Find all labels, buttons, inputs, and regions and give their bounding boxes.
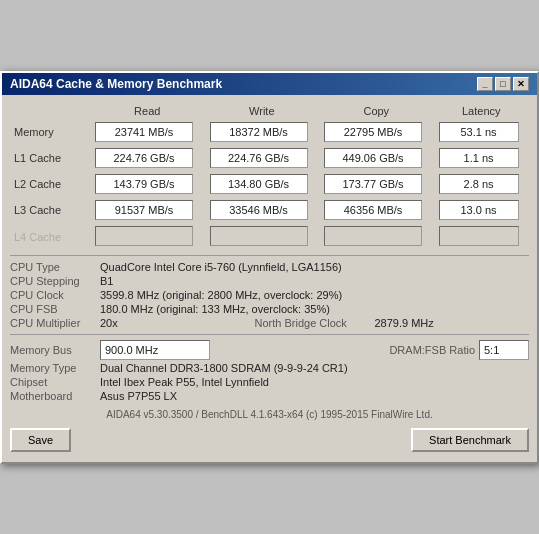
cpu-fsb-value: 180.0 MHz (original: 133 MHz, overclock:… xyxy=(100,303,529,315)
l2-read-value: 143.79 GB/s xyxy=(95,174,193,194)
l3-read-value: 91537 MB/s xyxy=(95,200,193,220)
memory-read-value: 23741 MB/s xyxy=(95,122,193,142)
memory-info-section: Memory Bus 900.0 MHz DRAM:FSB Ratio 5:1 … xyxy=(10,339,529,403)
cpu-stepping-value: B1 xyxy=(100,275,529,287)
cell-l1-latency: 1.1 ns xyxy=(434,145,529,171)
l1-copy-value: 449.06 GB/s xyxy=(324,148,422,168)
nb-clock-value: 2879.9 MHz xyxy=(375,317,530,329)
cpu-clock-row: CPU Clock 3599.8 MHz (original: 2800 MHz… xyxy=(10,288,529,302)
l1-read-value: 224.76 GB/s xyxy=(95,148,193,168)
memory-latency-value: 53.1 ns xyxy=(439,122,519,142)
section-divider-1 xyxy=(10,255,529,256)
cell-memory-write: 18372 MB/s xyxy=(205,119,320,145)
l2-latency-value: 2.8 ns xyxy=(439,174,519,194)
l4-read-value xyxy=(95,226,193,246)
l4-copy-value xyxy=(324,226,422,246)
cpu-stepping-label: CPU Stepping xyxy=(10,275,100,287)
chipset-value: Intel Ibex Peak P55, Intel Lynnfield xyxy=(100,376,529,388)
content-area: Read Write Copy Latency Memory 23741 MB/… xyxy=(2,95,537,462)
close-button[interactable]: ✕ xyxy=(513,77,529,91)
button-bar: Save Start Benchmark xyxy=(10,424,529,454)
memory-type-row: Memory Type Dual Channel DDR3-1800 SDRAM… xyxy=(10,361,529,375)
motherboard-label: Motherboard xyxy=(10,390,100,402)
col-header-read: Read xyxy=(90,103,205,119)
cell-l3-latency: 13.0 ns xyxy=(434,197,529,223)
cpu-type-row: CPU Type QuadCore Intel Core i5-760 (Lyn… xyxy=(10,260,529,274)
memory-bus-row: Memory Bus 900.0 MHz DRAM:FSB Ratio 5:1 xyxy=(10,339,529,361)
dram-label: DRAM:FSB Ratio xyxy=(389,344,475,356)
memory-bus-value-box: 900.0 MHz xyxy=(100,340,210,360)
col-header-latency: Latency xyxy=(434,103,529,119)
cell-memory-read: 23741 MB/s xyxy=(90,119,205,145)
chipset-label: Chipset xyxy=(10,376,100,388)
table-row: L1 Cache 224.76 GB/s 224.76 GB/s 449.06 … xyxy=(10,145,529,171)
l1-write-value: 224.76 GB/s xyxy=(210,148,308,168)
table-row: L3 Cache 91537 MB/s 33546 MB/s 46356 MB/… xyxy=(10,197,529,223)
l3-write-value: 33546 MB/s xyxy=(210,200,308,220)
motherboard-value: Asus P7P55 LX xyxy=(100,390,529,402)
table-row: L2 Cache 143.79 GB/s 134.80 GB/s 173.77 … xyxy=(10,171,529,197)
cell-l4-write xyxy=(205,223,320,251)
cell-l1-copy: 449.06 GB/s xyxy=(319,145,434,171)
cpu-multiplier-value: 20x xyxy=(100,317,255,329)
start-benchmark-button[interactable]: Start Benchmark xyxy=(411,428,529,452)
cpu-fsb-label: CPU FSB xyxy=(10,303,100,315)
memory-type-label: Memory Type xyxy=(10,362,100,374)
col-header-write: Write xyxy=(205,103,320,119)
benchmark-table: Read Write Copy Latency Memory 23741 MB/… xyxy=(10,103,529,251)
memory-bus-value: 900.0 MHz xyxy=(105,344,158,356)
nb-clock-label: North Bridge Clock xyxy=(255,317,375,329)
maximize-button[interactable]: □ xyxy=(495,77,511,91)
row-label-l4: L4 Cache xyxy=(10,223,90,251)
memory-type-value: Dual Channel DDR3-1800 SDRAM (9-9-9-24 C… xyxy=(100,362,529,374)
row-label-memory: Memory xyxy=(10,119,90,145)
table-header-row: Read Write Copy Latency xyxy=(10,103,529,119)
cell-l2-write: 134.80 GB/s xyxy=(205,171,320,197)
save-button[interactable]: Save xyxy=(10,428,71,452)
memory-bus-label: Memory Bus xyxy=(10,344,100,356)
cell-l3-copy: 46356 MB/s xyxy=(319,197,434,223)
cpu-fsb-row: CPU FSB 180.0 MHz (original: 133 MHz, ov… xyxy=(10,302,529,316)
cpu-type-label: CPU Type xyxy=(10,261,100,273)
cell-l2-read: 143.79 GB/s xyxy=(90,171,205,197)
cell-l1-write: 224.76 GB/s xyxy=(205,145,320,171)
cell-l2-copy: 173.77 GB/s xyxy=(319,171,434,197)
minimize-button[interactable]: _ xyxy=(477,77,493,91)
cpu-type-value: QuadCore Intel Core i5-760 (Lynnfield, L… xyxy=(100,261,529,273)
memory-write-value: 18372 MB/s xyxy=(210,122,308,142)
table-row: Memory 23741 MB/s 18372 MB/s 22795 MB/s … xyxy=(10,119,529,145)
l4-latency-value xyxy=(439,226,519,246)
cell-memory-latency: 53.1 ns xyxy=(434,119,529,145)
cell-l4-copy xyxy=(319,223,434,251)
cpu-multiplier-label: CPU Multiplier xyxy=(10,317,100,329)
l1-latency-value: 1.1 ns xyxy=(439,148,519,168)
cell-memory-copy: 22795 MB/s xyxy=(319,119,434,145)
memory-copy-value: 22795 MB/s xyxy=(324,122,422,142)
cell-l2-latency: 2.8 ns xyxy=(434,171,529,197)
cell-l4-latency xyxy=(434,223,529,251)
row-label-l2: L2 Cache xyxy=(10,171,90,197)
section-divider-2 xyxy=(10,334,529,335)
cpu-stepping-row: CPU Stepping B1 xyxy=(10,274,529,288)
dram-value: 5:1 xyxy=(484,344,499,356)
col-header-copy: Copy xyxy=(319,103,434,119)
title-bar: AIDA64 Cache & Memory Benchmark _ □ ✕ xyxy=(2,73,537,95)
dram-value-box: 5:1 xyxy=(479,340,529,360)
cell-l3-write: 33546 MB/s xyxy=(205,197,320,223)
l2-write-value: 134.80 GB/s xyxy=(210,174,308,194)
col-header-label xyxy=(10,103,90,119)
row-label-l3: L3 Cache xyxy=(10,197,90,223)
window-title: AIDA64 Cache & Memory Benchmark xyxy=(10,77,222,91)
chipset-row: Chipset Intel Ibex Peak P55, Intel Lynnf… xyxy=(10,375,529,389)
footer-text: AIDA64 v5.30.3500 / BenchDLL 4.1.643-x64… xyxy=(10,409,529,420)
main-window: AIDA64 Cache & Memory Benchmark _ □ ✕ Re… xyxy=(0,71,539,464)
cpu-clock-value: 3599.8 MHz (original: 2800 MHz, overcloc… xyxy=(100,289,529,301)
cpu-info-section: CPU Type QuadCore Intel Core i5-760 (Lyn… xyxy=(10,260,529,330)
l2-copy-value: 173.77 GB/s xyxy=(324,174,422,194)
table-row: L4 Cache xyxy=(10,223,529,251)
cpu-multiplier-row: CPU Multiplier 20x North Bridge Clock 28… xyxy=(10,316,529,330)
l3-latency-value: 13.0 ns xyxy=(439,200,519,220)
row-label-l1: L1 Cache xyxy=(10,145,90,171)
cpu-clock-label: CPU Clock xyxy=(10,289,100,301)
window-controls: _ □ ✕ xyxy=(477,77,529,91)
